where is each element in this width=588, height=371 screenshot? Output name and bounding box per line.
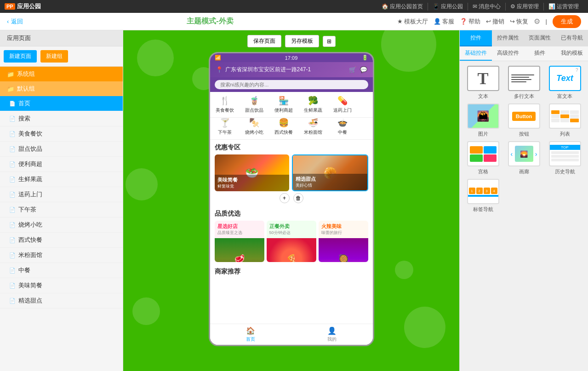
tab-nav[interactable]: 已有导航 [556,30,588,46]
tab-page-props[interactable]: 页面属性 [524,30,556,46]
sidebar-item-convenience[interactable]: 📄 便利商超 [0,157,123,172]
sidebar-item-sweet[interactable]: 📄 精选甜点 [0,293,123,308]
nav-ops[interactable]: 📊 运营管理 [544,3,583,11]
sidebar-item-medicine[interactable]: 📄 送药上门 [0,187,123,202]
cat-medicine[interactable]: 💊 送药上门 [328,96,357,114]
cat-bbq[interactable]: 🍢 烧烤小吃 [240,118,269,136]
default-group[interactable]: 📁 默认组 [0,81,123,96]
cat-chinese[interactable]: 🍲 中餐 [328,118,357,136]
save-page-button[interactable]: 保存页面 [247,35,281,47]
quality-card-3[interactable]: 火辣美味 味蕾的旅行 🥘 [319,221,368,262]
cat-convenience[interactable]: 🏪 便利商超 [269,96,298,114]
subtab-basic[interactable]: 基础控件 [460,46,492,61]
control-gallery[interactable]: ‹ 🌄 › 画廊 [505,141,542,175]
sidebar-item-noodles[interactable]: 📄 米粉面馆 [0,248,123,263]
control-text[interactable]: T 文本 [464,66,502,100]
quality-title: 品质优选 [215,210,368,218]
cat-afternoon-tea[interactable]: 🍸 下午茶 [210,118,240,136]
logo-text: 应用公园 [17,2,41,11]
logo-area: PP 应用公园 [5,2,41,11]
subtab-my-templates[interactable]: 我的模板 [556,46,588,61]
phone-search-area [210,77,373,92]
system-group[interactable]: 📁 系统组 [0,67,123,81]
control-image[interactable]: 🌄 图片 [464,103,502,137]
nav-home[interactable]: 🏠 应用公园首页 [377,3,428,11]
help-btn[interactable]: ❓ 帮助 [460,17,480,26]
promo-card-1[interactable]: 🥗 美味简餐 鲜复味觉 [215,154,289,191]
app-logo: PP 应用公园 [5,2,41,11]
sidebar-item-food[interactable]: 📄 美食餐饮 [0,126,123,142]
template-hall-btn[interactable]: ★ 模板大厅 [397,17,428,26]
page-icon: 📄 [9,268,16,274]
control-grid[interactable]: 宫格 [464,141,502,175]
grid-control-label: 宫格 [478,168,488,175]
customer-service-btn[interactable]: 👤 客服 [434,17,454,26]
cat-dessert[interactable]: 🧋 甜点饮品 [240,96,269,114]
phone-content: 🍴 美食餐饮 🧋 甜点饮品 🏪 便利商超 🥦 生鲜果蔬 [210,92,373,345]
promo-card-2[interactable]: 🥐 精选甜点 美好心情 [292,154,368,191]
control-richtext[interactable]: Text ? 富文本 [546,66,583,100]
sidebar-item-light-meal[interactable]: 📄 美味简餐 [0,278,123,293]
sidebar-item-dessert[interactable]: 📄 甜点饮品 [0,142,123,157]
sidebar-item-afternoon-tea[interactable]: 📄 下午茶 [0,202,123,217]
control-tabnav[interactable]: 1 2 3 4 标签导航 [464,179,502,213]
toolbar-actions: ★ 模板大厅 👤 客服 ❓ 帮助 ↩ 撤销 ↪ 恢复 ⚙ | 生成 [397,15,581,28]
control-multitext[interactable]: 多行文本 [505,66,542,100]
nav-apps-manage[interactable]: ⚙ 应用管理 [506,3,544,11]
tab-controls[interactable]: 控件 [460,30,492,46]
back-arrow-icon: ‹ [7,18,9,25]
cat-food[interactable]: 🍴 美食餐饮 [210,96,240,114]
sidebar-item-western[interactable]: 📄 西式快餐 [0,233,123,248]
page-icon: 📄 [9,298,16,304]
cat-western[interactable]: 🍔 西式快餐 [269,118,298,136]
page-icon: 📄 [9,116,16,122]
star-icon: ★ [397,18,403,25]
promo-delete-btn[interactable]: 🗑 [293,193,303,203]
phone-search-input[interactable] [215,80,368,89]
tabnav-control-icon: 1 2 3 4 [467,179,499,204]
control-history[interactable]: TOP 历史导航 [546,141,583,175]
bottom-nav-home[interactable]: 🏠 首页 [210,326,291,342]
page-icon: 📄 [9,101,16,107]
history-control-label: 历史导航 [555,168,575,175]
new-group-button[interactable]: 新建组 [40,50,68,63]
chinese-icon: 🍲 [337,118,348,128]
settings-icon[interactable]: ⚙ [534,17,540,26]
subtab-plugins[interactable]: 插件 [524,46,556,61]
undo-btn[interactable]: ↩ 撤销 [486,17,504,26]
noodle-icon: 🍜 [308,118,318,128]
sidebar-item-search[interactable]: 📄 搜索 [0,111,123,126]
phone-header: 📍 广东省深圳市宝安区前进一路247-1 🛒 💬 [210,62,373,77]
new-page-button[interactable]: 新建页面 [4,50,37,63]
generate-button[interactable]: 生成 [553,15,581,28]
bottom-nav-mine[interactable]: 👤 我的 [291,326,373,342]
medicine-icon: 💊 [337,96,348,106]
message-icon: ✉ [473,3,477,10]
promo-controls: + 🗑 [215,191,368,205]
nav-app[interactable]: 📱 应用公园 [428,3,468,11]
quality-card-1[interactable]: 星选好店 品质臻至之选 🥩 [215,221,264,262]
sidebar-item-chinese[interactable]: 📄 中餐 [0,263,123,278]
right-panel: 控件 控件属性 页面属性 已有导航 基础控件 高级控件 插件 我的模板 T 文本 [459,30,588,371]
control-list[interactable]: 列表 [546,103,583,137]
tea-icon: 🍸 [220,118,230,128]
subtab-advanced[interactable]: 高级控件 [492,46,524,61]
save-as-template-button[interactable]: 另存模板 [285,35,319,47]
quality-card-2[interactable]: 正餐外卖 50分钟必达 🍕 [267,221,316,262]
sidebar-list: 📁 系统组 📁 默认组 📄 首页 📄 搜索 📄 美食餐饮 📄 甜点饮品 [0,67,123,371]
phone-status-bar: 📶 17:09 🔋 [210,53,373,62]
cat-fresh[interactable]: 🥦 生鲜果蔬 [298,96,328,114]
cat-noodles[interactable]: 🍜 米粉面馆 [298,118,328,136]
nav-message[interactable]: ✉ 消息中心 [468,3,506,11]
sidebar-item-homepage[interactable]: 📄 首页 [0,96,123,111]
tab-control-props[interactable]: 控件属性 [492,30,524,46]
grid-toggle-button[interactable]: ⊞ [323,36,336,47]
control-button[interactable]: Button 按钮 [505,103,542,137]
back-button[interactable]: ‹ 返回 [7,17,23,26]
page-icon: 📄 [9,207,16,213]
redo-btn[interactable]: ↪ 恢复 [510,17,528,26]
sidebar-item-fresh[interactable]: 📄 生鲜果蔬 [0,172,123,187]
sidebar-item-bbq[interactable]: 📄 烧烤小吃 [0,217,123,233]
promo-add-btn[interactable]: + [280,193,290,203]
button-control-icon: Button [508,103,540,129]
